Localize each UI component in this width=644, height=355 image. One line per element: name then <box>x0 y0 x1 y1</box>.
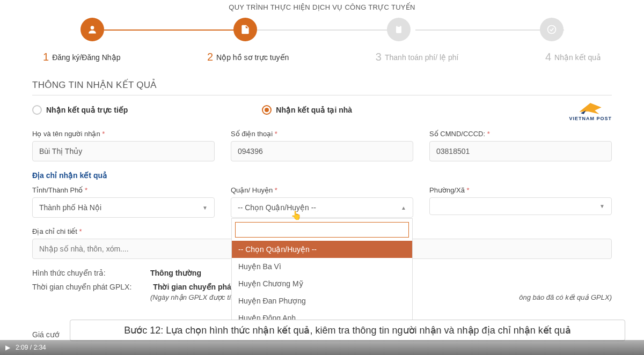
instruction-caption: Bước 12: Lựa chọn hình thức nhận kết quả… <box>70 320 625 341</box>
step-1 <box>80 18 104 41</box>
svg-rect-2 <box>397 25 400 27</box>
name-input[interactable] <box>32 141 215 161</box>
name-label: Họ và tên người nhận * <box>32 130 215 138</box>
province-select[interactable]: Thành phố Hà Nội ▼ <box>32 197 215 218</box>
phone-label: Số điện thoại * <box>231 130 413 138</box>
dd-option[interactable]: Huyện Đan Phượng <box>232 292 412 309</box>
step-1-label: 1 Đăng ký/Đăng Nhập <box>43 51 120 63</box>
svg-point-3 <box>547 26 555 34</box>
id-input[interactable] <box>429 141 612 161</box>
radio-direct-label: Nhận kết quả trực tiếp <box>46 106 128 114</box>
process-heading: QUY TRÌNH THỰC HIỆN DỊCH VỤ CÔNG TRỰC TU… <box>32 3 612 11</box>
radio-circle-selected-icon <box>262 105 272 115</box>
step-4 <box>540 18 564 41</box>
step-2 <box>233 18 257 41</box>
chevron-down-icon: ▼ <box>202 205 208 211</box>
step-3-label: 3 Thanh toán phí/ lệ phí <box>376 51 459 63</box>
district-label: Quận/ Huyện * <box>231 186 413 194</box>
chevron-down-icon: ▼ <box>599 203 605 209</box>
step-1-num: 1 <box>43 51 49 63</box>
chevron-up-icon: ▲ <box>401 205 406 211</box>
step-line-1 <box>104 29 253 31</box>
clipboard-icon <box>387 18 411 41</box>
province-label: Tỉnh/Thành Phố * <box>32 186 215 194</box>
district-value: -- Chọn Quận/Huyện -- <box>238 203 316 212</box>
phone-input[interactable] <box>231 141 413 161</box>
price-label: Giá cướ <box>32 330 60 339</box>
svg-rect-1 <box>396 26 401 33</box>
mode-label: Hình thức chuyển trả: <box>32 269 129 277</box>
section-title: THÔNG TIN NHẬN KẾT QUẢ <box>32 79 612 95</box>
step-4-text: Nhận kết quả <box>554 53 601 62</box>
step-line-2 <box>256 29 405 31</box>
address-subtitle: Địa chỉ nhận kết quả <box>32 171 612 180</box>
step-3 <box>387 18 411 41</box>
svg-point-0 <box>91 26 94 29</box>
video-controls: ▶ 2:09 / 2:34 <box>0 340 644 355</box>
mode-value: Thông thường <box>150 269 201 277</box>
step-3-num: 3 <box>376 51 382 63</box>
step-4-label: 4 Nhận kết quả <box>545 51 601 63</box>
time-label: Thời gian chuyển phát GPLX: <box>32 283 131 291</box>
vnpost-logo: VIETNAM POST <box>569 101 612 121</box>
district-dropdown: -- Chọn Quận/Huyện -- Huyện Ba Vì Huyện … <box>231 218 413 327</box>
radio-home[interactable]: Nhận kết quả tại nhà <box>262 105 352 115</box>
step-progress <box>80 18 564 41</box>
note-suffix: ông báo đã có kết quả GPLX) <box>519 293 612 301</box>
dropdown-list[interactable]: -- Chọn Quận/Huyện -- Huyện Ba Vì Huyện … <box>232 241 412 327</box>
step-2-num: 2 <box>207 51 213 63</box>
step-labels-row: 1 Đăng ký/Đăng Nhập 2 Nộp hồ sơ trực tuy… <box>43 51 601 63</box>
district-select[interactable]: -- Chọn Quận/Huyện -- ▲ -- Chọn Quận/Huy… <box>231 197 413 218</box>
dd-option[interactable]: Huyện Ba Vì <box>232 258 412 275</box>
step-1-text: Đăng ký/Đăng Nhập <box>52 53 120 62</box>
vnpost-text: VIETNAM POST <box>569 116 612 121</box>
ward-label: Phường/Xã * <box>429 186 612 194</box>
step-3-text: Thanh toán phí/ lệ phí <box>385 53 458 62</box>
radio-circle-icon <box>32 105 42 115</box>
step-2-text: Nộp hồ sơ trực tuyến <box>216 53 289 62</box>
radio-home-label: Nhận kết quả tại nhà <box>276 106 352 114</box>
id-label: Số CMND/CCCD: * <box>429 130 612 138</box>
dropdown-search-wrap <box>232 219 412 241</box>
video-time: 2:09 / 2:34 <box>16 344 46 351</box>
bird-icon <box>577 101 604 116</box>
ward-select[interactable]: ▼ <box>429 197 612 215</box>
check-icon <box>540 18 564 41</box>
radio-direct[interactable]: Nhận kết quả trực tiếp <box>32 105 128 115</box>
province-value: Thành phố Hà Nội <box>39 203 101 212</box>
step-4-num: 4 <box>545 51 551 63</box>
step-2-label: 2 Nộp hồ sơ trực tuyến <box>207 51 289 63</box>
play-button[interactable]: ▶ <box>5 344 10 351</box>
document-icon <box>233 18 257 41</box>
dropdown-search-input[interactable] <box>235 222 409 238</box>
dd-option[interactable]: Huyện Chương Mỹ <box>232 275 412 292</box>
user-icon <box>80 18 104 41</box>
delivery-method-row: Nhận kết quả trực tiếp Nhận kết quả tại … <box>32 105 612 115</box>
dd-option-placeholder[interactable]: -- Chọn Quận/Huyện -- <box>232 241 412 258</box>
